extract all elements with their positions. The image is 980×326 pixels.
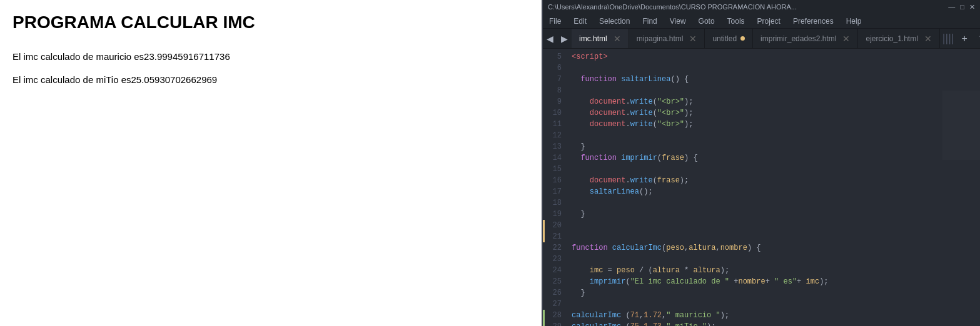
- tab-close-icon[interactable]: ✕: [842, 34, 850, 44]
- close-btn[interactable]: ✕: [969, 3, 975, 11]
- line-22: 22: [543, 242, 562, 254]
- line-17: 17: [543, 186, 562, 197]
- line-9: 9: [543, 96, 562, 107]
- line-26: 26: [543, 287, 562, 299]
- code-area: 5 6 7 8 9 10 11 12 13 14 15 16 17 18 19 …: [543, 49, 980, 326]
- tab-add-button[interactable]: +: [957, 29, 972, 48]
- output-line-2: El imc calculado de miTio es25.059307026…: [13, 74, 529, 85]
- minimap: [942, 49, 980, 326]
- line-21: 21: [543, 231, 562, 242]
- line-14: 14: [543, 152, 562, 164]
- menu-edit[interactable]: Edit: [571, 16, 589, 27]
- tab-imprimir-edades2[interactable]: imprimir_edades2.html ✕: [753, 29, 858, 48]
- line-16: 16: [543, 175, 562, 186]
- menu-view[interactable]: View: [667, 16, 689, 27]
- menu-preferences[interactable]: Preferences: [791, 16, 836, 27]
- line-25: 25: [543, 276, 562, 287]
- line-29: 29: [543, 321, 562, 326]
- tab-nav-forward[interactable]: ▶: [557, 29, 572, 48]
- line-6: 6: [543, 62, 562, 74]
- tab-label: ejercicio_1.html: [866, 34, 917, 43]
- tab-imc-html[interactable]: imc.html ✕: [572, 29, 629, 48]
- tab-label: imc.html: [579, 34, 607, 43]
- tab-menu-button[interactable]: ▼: [972, 29, 980, 48]
- line-23: 23: [543, 254, 562, 265]
- tab-separator: ||||: [940, 29, 957, 48]
- line-10: 10: [543, 107, 562, 119]
- editor-title-bar: C:\Users\Alexandra\OneDrive\Documentos\C…: [543, 0, 980, 14]
- line-8: 8: [543, 85, 562, 96]
- line-12: 12: [543, 130, 562, 141]
- menu-bar: File Edit Selection Find View Goto Tools…: [543, 14, 980, 29]
- page-title: PROGRAMA CALCULAR IMC: [13, 12, 529, 32]
- minimize-btn[interactable]: ―: [948, 3, 955, 11]
- code-content[interactable]: <script> function saltarLinea() { docume…: [567, 49, 942, 326]
- menu-tools[interactable]: Tools: [725, 16, 747, 27]
- line-11: 11: [543, 119, 562, 130]
- line-13: 13: [543, 141, 562, 152]
- editor-title-text: C:\Users\Alexandra\OneDrive\Documentos\C…: [548, 3, 797, 11]
- menu-project[interactable]: Project: [755, 16, 783, 27]
- line-5: 5: [543, 51, 562, 62]
- tab-close-icon[interactable]: ✕: [614, 34, 621, 44]
- code-editor: C:\Users\Alexandra\OneDrive\Documentos\C…: [543, 0, 980, 326]
- tab-close-icon[interactable]: ✕: [689, 34, 697, 44]
- line-20: 20: [543, 220, 562, 231]
- tab-label: mipagina.html: [637, 34, 684, 43]
- tab-untitled[interactable]: untitled: [705, 29, 753, 48]
- browser-preview: PROGRAMA CALCULAR IMC El imc calculado d…: [0, 0, 543, 326]
- tab-nav-back[interactable]: ◀: [543, 29, 557, 48]
- line-7: 7: [543, 74, 562, 85]
- line-18: 18: [543, 197, 562, 209]
- tab-modified-dot: [740, 36, 745, 41]
- menu-help[interactable]: Help: [844, 16, 864, 27]
- tab-label: imprimir_edades2.html: [760, 34, 836, 43]
- tab-label: untitled: [712, 34, 737, 43]
- maximize-btn[interactable]: □: [960, 3, 964, 11]
- menu-goto[interactable]: Goto: [696, 16, 717, 27]
- line-24: 24: [543, 265, 562, 276]
- menu-selection[interactable]: Selection: [597, 16, 632, 27]
- line-numbers: 5 6 7 8 9 10 11 12 13 14 15 16 17 18 19 …: [543, 49, 567, 326]
- menu-find[interactable]: Find: [640, 16, 659, 27]
- tab-close-icon[interactable]: ✕: [924, 34, 932, 44]
- minimap-content: [942, 49, 980, 326]
- output-line-1: El imc calculado de mauricio es23.999459…: [13, 51, 529, 62]
- line-27: 27: [543, 299, 562, 310]
- tab-mipagina-html[interactable]: mipagina.html ✕: [629, 29, 705, 48]
- menu-file[interactable]: File: [547, 16, 563, 27]
- line-19: 19: [543, 209, 562, 220]
- tab-ejercicio1[interactable]: ejercicio_1.html ✕: [858, 29, 939, 48]
- tab-bar: ◀ ▶ imc.html ✕ mipagina.html ✕ untitled …: [543, 29, 980, 49]
- line-28: 28: [543, 310, 562, 321]
- line-15: 15: [543, 164, 562, 175]
